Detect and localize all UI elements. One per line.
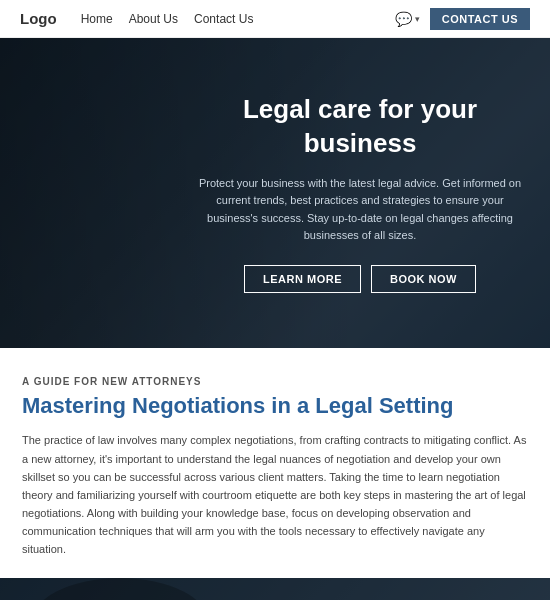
header-right: 💬 ▾ CONTACT US	[395, 8, 530, 30]
article-title: Mastering Negotiations in a Legal Settin…	[22, 393, 528, 419]
main-nav: Home About Us Contact Us	[81, 12, 254, 26]
learn-more-button[interactable]: LEARN MORE	[244, 265, 361, 293]
header: Logo Home About Us Contact Us 💬 ▾ CONTAC…	[0, 0, 550, 38]
bottom-figure	[0, 578, 290, 600]
hero-content: Legal care for your business Protect you…	[190, 93, 530, 293]
bottom-section: The best lawyer in town Find the perfect…	[0, 578, 550, 600]
header-left: Logo Home About Us Contact Us	[20, 10, 253, 27]
contact-us-button[interactable]: CONTACT US	[430, 8, 530, 30]
article-tag: A GUIDE FOR NEW ATTORNEYS	[22, 376, 528, 387]
chat-icon: 💬	[395, 11, 412, 27]
article-body: The practice of law involves many comple…	[22, 431, 528, 558]
nav-home[interactable]: Home	[81, 12, 113, 26]
book-now-button[interactable]: BOOK NOW	[371, 265, 476, 293]
hero-title: Legal care for your business	[190, 93, 530, 161]
hero-subtitle: Protect your business with the latest le…	[190, 175, 530, 245]
hero-buttons: LEARN MORE BOOK NOW	[190, 265, 530, 293]
nav-contact[interactable]: Contact Us	[194, 12, 253, 26]
chevron-down-icon: ▾	[415, 14, 420, 24]
chat-icon-wrapper[interactable]: 💬 ▾	[395, 11, 420, 27]
nav-about[interactable]: About Us	[129, 12, 178, 26]
hero-section: Legal care for your business Protect you…	[0, 38, 550, 348]
logo: Logo	[20, 10, 57, 27]
article-section: A GUIDE FOR NEW ATTORNEYS Mastering Nego…	[0, 348, 550, 578]
